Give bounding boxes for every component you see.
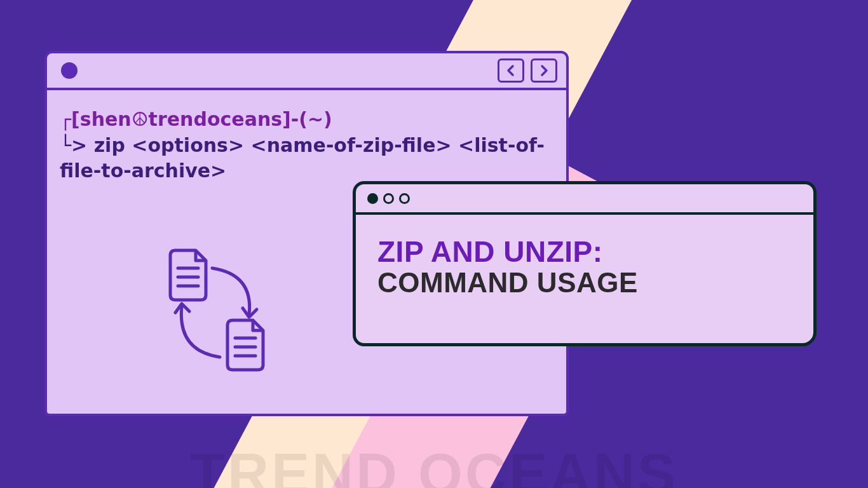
card-heading-line1: ZIP AND UNZIP: [377, 236, 792, 267]
watermark-text: TREND OCEANS [190, 442, 678, 488]
nav-forward-button[interactable] [531, 58, 557, 83]
info-card-body: ZIP AND UNZIP: COMMAND USAGE [356, 215, 813, 321]
prompt-command: └> zip <options> <name-of-zip-file> <lis… [60, 134, 545, 182]
info-card: ZIP AND UNZIP: COMMAND USAGE [353, 181, 817, 346]
card-heading-line2: COMMAND USAGE [377, 267, 792, 299]
card-control-dot-2 [383, 193, 394, 204]
terminal-prompt-line1: ┌[shen☮trendoceans]-(~) [60, 107, 553, 133]
terminal-prompt-line2: └> zip <options> <name-of-zip-file> <lis… [60, 133, 553, 184]
chevron-right-icon [539, 64, 549, 77]
window-control-dot [61, 62, 78, 79]
chevron-left-icon [506, 64, 516, 77]
nav-button-group [498, 58, 557, 83]
prompt-user-host: ┌[shen☮trendoceans]-(~) [60, 108, 332, 130]
card-control-dot-3 [399, 193, 410, 204]
file-sync-icon [142, 246, 288, 388]
card-control-dot-1 [367, 193, 378, 204]
nav-back-button[interactable] [498, 58, 524, 83]
info-card-titlebar [356, 184, 813, 215]
terminal-titlebar [47, 53, 566, 90]
